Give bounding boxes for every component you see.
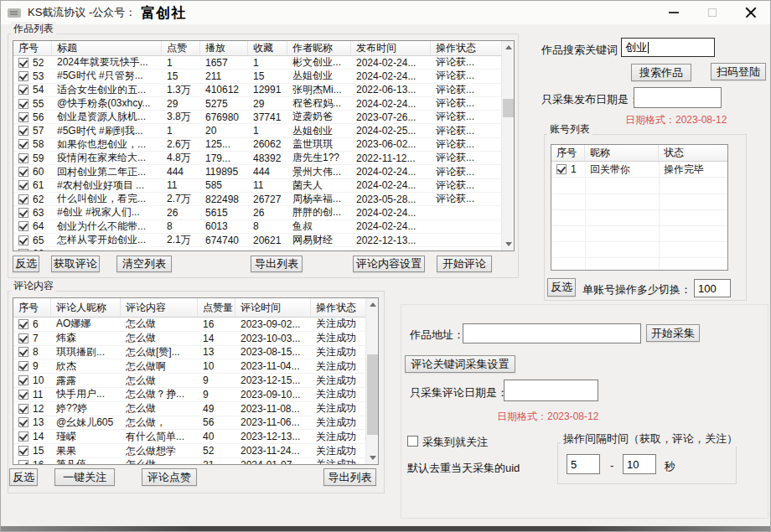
- table-row[interactable]: 53 #5G时代 #只管努... 15 211 15 丛姐创业 2024-02-…: [13, 70, 502, 83]
- table-row[interactable]: 12 婷??婷 怎么做 49 2023-11-08... 关注成功: [13, 402, 366, 416]
- comments-header-time[interactable]: 评论时间: [235, 298, 311, 317]
- row-checkbox[interactable]: [18, 333, 28, 343]
- row-checkbox[interactable]: [18, 208, 28, 218]
- row-checkbox[interactable]: [18, 417, 28, 427]
- row-checkbox[interactable]: [556, 164, 567, 174]
- comments-header-num[interactable]: 序号: [13, 298, 51, 317]
- table-row[interactable]: 62 什么叫创业，看完... 2.7万 822498 26727 周杨幸福...…: [13, 193, 502, 206]
- table-row[interactable]: 9 欣杰 怎么做啊 10 2023-11-04... 关注成功: [13, 359, 366, 374]
- comments-header-status[interactable]: 操作状态: [311, 298, 366, 317]
- comments-header-content[interactable]: 评论内容: [121, 298, 198, 317]
- minimize-button[interactable]: [655, 1, 693, 24]
- table-row[interactable]: 8 琪琪播剧... 怎么做[赞]... 13 2023-08-15... 关注成…: [13, 346, 366, 360]
- row-checkbox[interactable]: [18, 153, 28, 163]
- follow-all-button[interactable]: 一键关注: [54, 468, 115, 486]
- row-checkbox[interactable]: [18, 126, 28, 136]
- works-header-num[interactable]: 序号: [13, 41, 52, 55]
- comments-export-button[interactable]: 导出列表: [323, 468, 376, 486]
- accounts-invert-button[interactable]: 反选: [547, 278, 576, 297]
- row-checkbox[interactable]: [18, 194, 28, 204]
- accounts-header-name[interactable]: 昵称: [585, 145, 659, 161]
- interval-min-input[interactable]: 5: [567, 454, 600, 474]
- row-checkbox[interactable]: [18, 235, 28, 245]
- table-row[interactable]: 66: [13, 247, 502, 251]
- row-checkbox[interactable]: [18, 361, 28, 371]
- works-header-title[interactable]: 标题: [52, 41, 162, 55]
- scroll-up-icon[interactable]: [502, 41, 515, 54]
- comment-like-button[interactable]: 评论点赞: [142, 468, 197, 486]
- row-checkbox[interactable]: [18, 221, 28, 231]
- row-checkbox[interactable]: [18, 319, 28, 329]
- table-row[interactable]: 15 果果 怎么做想学 52 2023-11-24... 关注成功: [13, 444, 366, 458]
- account-switch-input[interactable]: 100: [694, 279, 731, 297]
- works-scrollbar-thumb[interactable]: [503, 99, 514, 117]
- accounts-header-status[interactable]: 状态: [659, 145, 727, 161]
- interval-max-input[interactable]: 10: [623, 454, 656, 474]
- works-header-status[interactable]: 操作状态: [431, 41, 502, 55]
- comments-scrollbar-thumb[interactable]: [367, 354, 378, 435]
- table-row[interactable]: 52 2024年就要玩快手... 1 1657 1 彬文创业... 2024-0…: [13, 56, 502, 70]
- row-checkbox[interactable]: [18, 446, 28, 456]
- qr-login-button[interactable]: 扫码登陆: [711, 63, 766, 80]
- row-checkbox[interactable]: [18, 390, 28, 400]
- comments-header-name[interactable]: 评论人昵称: [51, 298, 121, 317]
- table-row[interactable]: 56 创业是资源人脉机... 3.8万 676980 37741 逆袭奶爸 20…: [13, 111, 502, 124]
- row-checkbox[interactable]: [18, 249, 28, 251]
- table-row[interactable]: 13 @幺妹儿605 怎么做， 56 2023-11-06... 关注成功: [13, 416, 366, 431]
- comments-header-likes[interactable]: 点赞量: [198, 298, 235, 317]
- search-keyword-input[interactable]: 创业: [621, 38, 715, 57]
- table-row[interactable]: 57 #5G时代 #刷到我... 1 20 1 丛姐创业 2024-02-25.…: [13, 124, 502, 137]
- comment-date-input[interactable]: [504, 380, 598, 401]
- table-row[interactable]: 54 适合女生创业的五... 1.3万 410612 12991 张明杰Mi..…: [13, 84, 502, 97]
- table-row[interactable]: 14 瑾嵘 有什么简单... 40 2023-12-13... 关注成功: [13, 430, 366, 444]
- works-header-date[interactable]: 发布时间: [351, 41, 431, 55]
- works-header-plays[interactable]: 播放: [200, 41, 248, 55]
- publish-date-input[interactable]: [634, 87, 722, 108]
- clear-list-button[interactable]: 清空列表: [116, 256, 172, 272]
- works-invert-button[interactable]: 反选: [13, 256, 39, 272]
- comment-settings-button[interactable]: 评论内容设置: [353, 256, 425, 272]
- row-checkbox[interactable]: [18, 460, 28, 465]
- row-checkbox[interactable]: [18, 375, 28, 385]
- row-checkbox[interactable]: [18, 99, 28, 109]
- fetch-comments-button[interactable]: 获取评论: [51, 256, 100, 272]
- search-works-button[interactable]: 搜索作品: [631, 64, 691, 81]
- table-row[interactable]: 55 @快手粉条(03xhcy... 29 5275 29 程爸程妈... 20…: [13, 97, 502, 111]
- table-row[interactable]: 58 如果你也想创业，... 2.6万 125... 26062 盖世琪琪 20…: [13, 138, 502, 152]
- table-row[interactable]: 10 露露 怎么做 9 2023-12-15... 关注成功: [13, 374, 366, 388]
- works-header-favs[interactable]: 收藏: [248, 41, 287, 55]
- row-checkbox[interactable]: [18, 431, 28, 442]
- row-checkbox[interactable]: [18, 112, 28, 122]
- accounts-header-num[interactable]: 序号: [551, 145, 585, 161]
- table-row[interactable]: 6 AO娜娜 怎么做 16 2023-09-02... 关注成功: [13, 318, 366, 332]
- table-row[interactable]: 1 回关带你 操作完毕: [551, 162, 727, 178]
- table-row[interactable]: 59 疫情闲在家来给大... 4.8万 179... 48392 唐先生1?? …: [13, 152, 502, 165]
- scroll-down-icon[interactable]: [502, 238, 515, 251]
- table-row[interactable]: 61 #农村创业好项目 ... 11 585 11 菌夫人 2024-02-24…: [13, 179, 502, 193]
- start-collect-button[interactable]: 开始采集: [646, 324, 700, 342]
- table-row[interactable]: 64 创业为什么不能带... 8 6013 8 鱼叔 2024-02-24...: [13, 220, 502, 234]
- scroll-up-icon[interactable]: [366, 298, 379, 311]
- comments-invert-button[interactable]: 反选: [9, 468, 38, 486]
- table-row[interactable]: 16 第凡值 怎么做 21 2024-01-07... 关注成功: [13, 458, 366, 465]
- table-row[interactable]: 11 快手用户... 怎么做？挣... 9 2023-09-10... 关注成功: [13, 388, 366, 402]
- row-checkbox[interactable]: [18, 180, 28, 190]
- table-row[interactable]: 63 #创业 #祝家人们... 26 5615 26 胖胖的创... 2024-…: [13, 206, 502, 220]
- row-checkbox[interactable]: [18, 404, 28, 414]
- table-row[interactable]: 65 怎样从零开始创业... 2.1万 674740 20621 网易财经 20…: [13, 234, 502, 247]
- scroll-down-icon[interactable]: [366, 452, 379, 464]
- start-comment-button[interactable]: 开始评论: [437, 256, 492, 272]
- row-checkbox[interactable]: [18, 85, 28, 95]
- row-checkbox[interactable]: [18, 167, 28, 177]
- table-row[interactable]: 60 回村创业第二年正... 444 119895 444 景州大伟... 20…: [13, 165, 502, 178]
- works-header-likes[interactable]: 点赞: [162, 41, 200, 55]
- follow-on-collect-checkbox[interactable]: [407, 436, 418, 447]
- close-button[interactable]: [732, 1, 770, 24]
- work-url-input[interactable]: [463, 323, 641, 343]
- keyword-collect-settings-button[interactable]: 评论关键词采集设置: [405, 355, 515, 373]
- row-checkbox[interactable]: [18, 139, 28, 149]
- table-row[interactable]: 7 炜森 怎么做 14 2023-10-03... 关注成功: [13, 332, 366, 346]
- works-scrollbar[interactable]: [501, 41, 514, 251]
- works-header-author[interactable]: 作者昵称: [287, 41, 351, 55]
- works-export-button[interactable]: 导出列表: [251, 256, 303, 272]
